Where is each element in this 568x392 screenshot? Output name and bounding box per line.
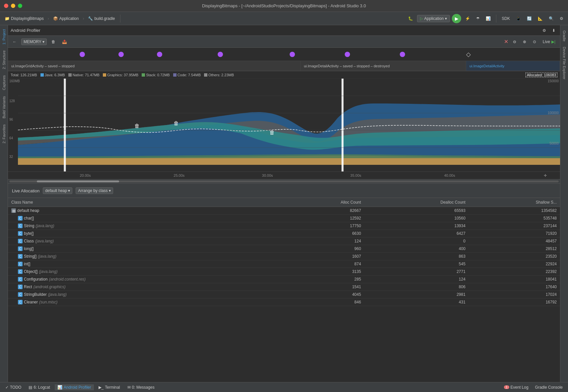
shallow-size-cell: 237144 bbox=[469, 222, 560, 230]
close-profiler-button[interactable]: ✕ bbox=[504, 38, 508, 45]
app-selector-button[interactable]: ▷ Application ▾ bbox=[417, 15, 450, 22]
messages-button[interactable]: ✉ 0: Messages bbox=[125, 384, 157, 390]
table-row[interactable]: CClass (java.lang)124048457 bbox=[8, 237, 560, 245]
zoom-out-button[interactable]: ⊖ bbox=[511, 39, 518, 45]
table-row[interactable]: CObject[] (java.lang)3135277122392 bbox=[8, 268, 560, 276]
status-bar: ✓ TODO ▤ 6: Logcat 📊 Android Profiler ▶_… bbox=[0, 382, 568, 392]
run-button[interactable]: ▶ bbox=[452, 14, 461, 23]
alloc-count-cell: 1541 bbox=[275, 283, 365, 291]
code-color-swatch bbox=[173, 73, 177, 77]
profiler-header: Android Profiler ⚙ ⬇ bbox=[8, 25, 560, 36]
table-row[interactable]: CString[] (java.lang)160786323520 bbox=[8, 253, 560, 260]
alloc-count-cell: 846 bbox=[275, 298, 365, 306]
col-class-name[interactable]: Class Name bbox=[8, 198, 275, 207]
file-breadcrumb-item[interactable]: 🔧 build.gradle bbox=[86, 16, 117, 22]
close-button[interactable] bbox=[4, 4, 8, 8]
class-name-cell: Cchar[] bbox=[8, 215, 275, 222]
sidebar-tab-project[interactable]: 1: Project bbox=[1, 27, 7, 47]
package-name-text: (android.content.res) bbox=[49, 277, 86, 282]
class-name-cell: Clong[] bbox=[8, 245, 275, 253]
svg-text:🗑: 🗑 bbox=[269, 130, 275, 135]
class-type-icon: C bbox=[18, 262, 23, 266]
title-bar: DisplayingBitmaps - [~/AndroidStudioProj… bbox=[0, 0, 568, 12]
profiler-button[interactable]: 📊 bbox=[484, 16, 493, 22]
memory-toolbar-right: ✕ ⊖ ⊕ ⊙ Live ▶| bbox=[504, 38, 557, 45]
activity-segment-2: ui.ImageDetailActivity – saved – stopped… bbox=[301, 61, 466, 71]
event-log-button[interactable]: 1 Event Log bbox=[501, 384, 531, 390]
clear-button[interactable]: 🗑 bbox=[49, 39, 57, 45]
alloc-count-cell: 82667 bbox=[275, 207, 365, 215]
table-row[interactable]: Cchar[]1259210560535748 bbox=[8, 215, 560, 222]
todo-button[interactable]: ✓ TODO bbox=[3, 384, 24, 390]
alloc-count-cell: 960 bbox=[275, 245, 365, 253]
table-row[interactable]: Cint[]87454522924 bbox=[8, 260, 560, 268]
sidebar-tab-gradle[interactable]: Gradle bbox=[561, 28, 568, 44]
zoom-in-button[interactable]: ⊕ bbox=[521, 39, 528, 45]
structure-button[interactable]: 📐 bbox=[536, 16, 545, 22]
debug-icon[interactable]: 🐛 bbox=[406, 16, 415, 22]
table-row[interactable]: ▤default heap82667655931354582 bbox=[8, 207, 560, 215]
export-button[interactable]: 📤 bbox=[60, 39, 69, 45]
logcat-label: 6: Logcat bbox=[34, 385, 50, 390]
back-icon: ← bbox=[13, 39, 17, 44]
package-name-text: (java.lang) bbox=[35, 239, 54, 243]
table-row[interactable]: Clong[]96040028512 bbox=[8, 245, 560, 253]
class-name-cell: CString[] (java.lang) bbox=[8, 253, 275, 260]
profiler-tab-button[interactable]: 📊 Android Profiler bbox=[55, 384, 94, 390]
heap-dropdown[interactable]: default heap ▾ bbox=[43, 187, 72, 194]
project-icon[interactable]: 📁 DisplayingBitmaps bbox=[3, 16, 46, 22]
col-dealloc-count[interactable]: Dealloc Count bbox=[364, 198, 469, 207]
live-button[interactable]: Live ▶| bbox=[541, 39, 557, 45]
coverage-button[interactable]: ☂ bbox=[474, 16, 482, 22]
sidebar-tab-favorites[interactable]: 2: Favorites bbox=[1, 122, 7, 146]
back-button[interactable]: ← bbox=[11, 39, 19, 45]
module-breadcrumb-item[interactable]: 📦 Application bbox=[51, 16, 81, 22]
class-type-icon: C bbox=[18, 254, 23, 259]
table-row[interactable]: CStringBuilder (java.lang)4045298117024 bbox=[8, 291, 560, 298]
right-sidebar: Gradle Device File Explorer bbox=[560, 25, 568, 382]
table-row[interactable]: CRect (android.graphics)154180617640 bbox=[8, 283, 560, 291]
table-row[interactable]: Cbyte[]6630642771920 bbox=[8, 230, 560, 237]
maximize-button[interactable] bbox=[18, 4, 22, 8]
arrange-dropdown[interactable]: Arrange by class ▾ bbox=[76, 187, 113, 194]
memory-chart[interactable]: 160MB 128 96 64 32 150000 100000 50000 bbox=[8, 79, 560, 171]
others-stat: Others: 2.23MB bbox=[204, 73, 234, 77]
flash-button[interactable]: ⚡ bbox=[463, 16, 472, 22]
gradle-console-button[interactable]: Gradle Console bbox=[532, 384, 565, 390]
col-alloc-count[interactable]: Alloc Count bbox=[275, 198, 365, 207]
main-layout: 1: Project 2: Structure Captures Build V… bbox=[0, 25, 568, 382]
settings-button[interactable]: ⚙ bbox=[558, 16, 565, 22]
memory-toolbar: ← MEMORY ▾ 🗑 📤 ✕ ⊖ ⊕ ⊙ Live ▶| bbox=[8, 36, 560, 48]
sidebar-tab-captures[interactable]: Captures bbox=[1, 73, 7, 93]
profiler-settings-button[interactable]: ⚙ bbox=[540, 28, 548, 33]
memory-dropdown[interactable]: MEMORY ▾ bbox=[21, 38, 47, 45]
profiler-download-button[interactable]: ⬇ bbox=[550, 28, 557, 33]
sync-button[interactable]: 🔄 bbox=[525, 16, 534, 22]
project-breadcrumb: DisplayingBitmaps bbox=[11, 16, 44, 21]
scrollbar-thumb[interactable] bbox=[37, 180, 119, 182]
others-stat-label: Others: 2.23MB bbox=[208, 73, 234, 77]
sdk-button[interactable]: SDK bbox=[500, 16, 512, 22]
arrange-dropdown-chevron: ▾ bbox=[109, 188, 111, 193]
alloc-count-cell: 12592 bbox=[275, 215, 365, 222]
class-type-icon: C bbox=[18, 300, 23, 304]
avd-button[interactable]: 📱 bbox=[514, 16, 523, 22]
fit-button[interactable]: ⊙ bbox=[531, 39, 538, 45]
table-row[interactable]: CCleaner (sun.misc)84643116792 bbox=[8, 298, 560, 306]
table-row[interactable]: CString (java.lang)1775013934237144 bbox=[8, 222, 560, 230]
sidebar-tab-build-variants[interactable]: Build Variants bbox=[1, 94, 7, 121]
sidebar-tab-device-explorer[interactable]: Device File Explorer bbox=[561, 44, 568, 82]
col-shallow-size[interactable]: Shallow S... bbox=[469, 198, 560, 207]
y-label-32: 32 bbox=[9, 155, 13, 159]
search-button[interactable]: 🔍 bbox=[547, 16, 556, 22]
terminal-button[interactable]: ▶_ Terminal bbox=[96, 384, 123, 390]
sidebar-tab-structure[interactable]: 2: Structure bbox=[1, 48, 7, 72]
time-20s: 20.00s bbox=[80, 173, 91, 177]
heap-dropdown-chevron: ▾ bbox=[68, 188, 70, 193]
minimize-button[interactable] bbox=[11, 4, 15, 8]
chart-scrollbar[interactable] bbox=[8, 179, 560, 183]
dealloc-count-cell: 2771 bbox=[364, 268, 469, 276]
logcat-button[interactable]: ▤ 6: Logcat bbox=[26, 384, 52, 390]
table-row[interactable]: CConfiguration (android.content.res)2851… bbox=[8, 276, 560, 283]
allocation-table-container[interactable]: Class Name Alloc Count Dealloc Count Sha… bbox=[8, 198, 560, 382]
